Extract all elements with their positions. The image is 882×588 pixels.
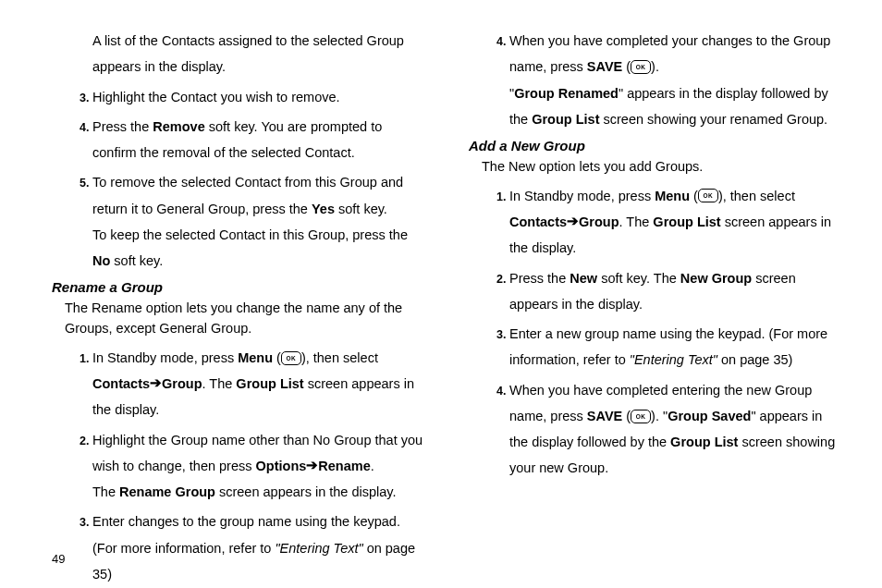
new-softkey: New (570, 271, 597, 286)
group-label: Group (579, 214, 619, 229)
text: ( (690, 189, 698, 203)
save-label: SAVE (587, 409, 622, 423)
page-number: 49 (52, 552, 65, 566)
left-column: A list of the Contacts assigned to the s… (52, 28, 426, 588)
text: . (371, 459, 374, 473)
text: When you have completed your changes to … (509, 33, 830, 74)
yes-softkey: Yes (312, 202, 335, 216)
text: The (92, 484, 119, 499)
rename-step-3: Enter changes to the group name using th… (92, 508, 426, 587)
save-label: SAVE (587, 59, 622, 74)
text: screen showing your renamed Group. (600, 112, 828, 127)
rename-label: Rename (318, 459, 370, 473)
group-list-label: Group List (653, 214, 720, 229)
remove-contact-steps: Highlight the Contact you wish to remove… (52, 84, 426, 275)
entering-text-ref: "Entering Text" (275, 541, 362, 556)
rename-step-2-cont: The Rename Group screen appears in the d… (92, 479, 426, 505)
text: soft key. (335, 202, 387, 216)
contacts-label: Contacts (92, 376, 150, 391)
add-step-3: Enter a new group name using the keypad.… (509, 321, 843, 374)
rename-steps-continued: When you have completed your changes to … (469, 28, 843, 132)
rename-group-heading: Rename a Group (52, 279, 426, 295)
arrow-icon: ➔ (567, 208, 579, 234)
manual-page: A list of the Contacts assigned to the s… (0, 0, 882, 588)
lead-in-text: A list of the Contacts assigned to the s… (92, 28, 426, 80)
text: Press the (92, 119, 153, 134)
text: soft key. The (597, 271, 680, 286)
text: To keep the selected Contact in this Gro… (92, 227, 408, 242)
text: ). " (651, 409, 668, 423)
text: on page 35) (717, 352, 792, 367)
step-4: Press the Remove soft key. You are promp… (92, 114, 426, 166)
no-softkey: No (92, 253, 110, 268)
ok-button-icon: OK (698, 189, 718, 202)
add-step-1: In Standby mode, press Menu (OK), then s… (509, 183, 843, 262)
rename-step-4: When you have completed your changes to … (509, 28, 843, 132)
group-renamed-label: Group Renamed (514, 86, 619, 101)
text: screen appears in the display. (215, 484, 397, 499)
rename-step-4-cont: "Group Renamed" appears in the display f… (509, 80, 843, 133)
group-saved-label: Group Saved (668, 409, 751, 423)
text: . The (202, 376, 237, 391)
text: In Standby mode, press (509, 189, 655, 203)
menu-label: Menu (655, 189, 690, 203)
rename-group-screen: Rename Group (119, 484, 215, 499)
group-list-label: Group List (670, 435, 738, 449)
step-5-cont: To keep the selected Contact in this Gro… (92, 222, 426, 275)
text: ), then select (301, 350, 378, 365)
step-5: To remove the selected Contact from this… (92, 169, 426, 274)
contacts-label: Contacts (509, 214, 567, 229)
add-group-steps: In Standby mode, press Menu (OK), then s… (469, 183, 843, 482)
menu-label: Menu (238, 350, 273, 365)
add-step-4: When you have completed entering the new… (509, 377, 843, 482)
add-group-heading: Add a New Group (469, 138, 843, 153)
text: ). (651, 59, 659, 74)
group-list-label: Group List (532, 112, 599, 127)
ok-button-icon: OK (281, 351, 301, 365)
add-group-intro: The New option lets you add Groups. (482, 157, 843, 178)
arrow-icon: ➔ (306, 452, 318, 478)
arrow-icon: ➔ (150, 370, 162, 396)
ok-button-icon: OK (631, 410, 651, 423)
ok-button-icon: OK (631, 60, 651, 74)
add-step-2: Press the New soft key. The New Group sc… (509, 265, 843, 318)
rename-group-intro: The Rename option lets you change the na… (65, 299, 426, 339)
text: . The (619, 214, 654, 229)
options-label: Options (256, 459, 307, 473)
text: soft key. (110, 253, 163, 268)
text: In Standby mode, press (92, 350, 238, 365)
group-list-label: Group List (236, 376, 303, 391)
new-group-screen: New Group (680, 271, 752, 286)
text: ( (622, 409, 631, 423)
entering-text-ref: "Entering Text" (630, 352, 717, 367)
text: Press the (509, 271, 570, 286)
rename-step-2: Highlight the Group name other than No G… (92, 427, 426, 506)
text: ( (622, 59, 631, 74)
right-column: When you have completed your changes to … (469, 28, 843, 588)
rename-step-1: In Standby mode, press Menu (OK), then s… (92, 345, 426, 423)
rename-steps: In Standby mode, press Menu (OK), then s… (52, 345, 426, 587)
step-3: Highlight the Contact you wish to remove… (92, 84, 426, 110)
group-label: Group (162, 376, 202, 391)
text: ( (273, 350, 281, 365)
text: ), then select (718, 189, 795, 203)
remove-softkey: Remove (153, 119, 204, 134)
